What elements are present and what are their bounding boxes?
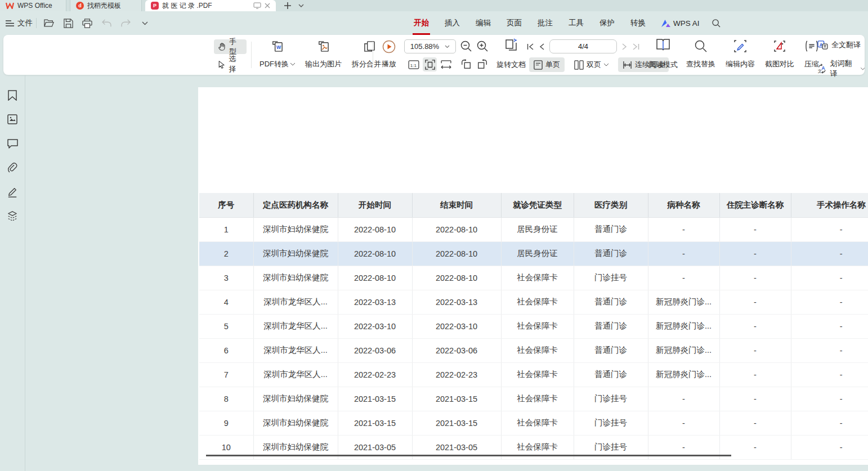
table-cell: - (719, 338, 791, 362)
ribbon-tab-home[interactable]: 开始 (414, 11, 429, 35)
svg-text:A: A (821, 65, 825, 71)
redo-icon[interactable] (119, 17, 132, 29)
table-cell: 深圳市妇幼保健院 (253, 217, 338, 241)
ribbon-tab-convert[interactable]: 转换 (630, 11, 646, 35)
table-cell: 普通门诊 (574, 217, 648, 241)
table-cell: 深圳市龙华区人... (253, 362, 338, 387)
actual-size-button[interactable]: 1:1 (406, 57, 420, 71)
chevron-down-icon (290, 63, 295, 66)
first-page-button[interactable] (527, 43, 534, 50)
table-cell: 2022-08-10 (412, 241, 501, 266)
table-cell: 1 (199, 217, 253, 241)
prev-page-button[interactable] (539, 43, 544, 50)
rotate-doc-label[interactable]: 旋转文档 (491, 60, 531, 70)
table-cell: - (791, 314, 868, 338)
table-cell: 9 (199, 411, 253, 435)
rotate-doc-icon-slot[interactable] (491, 38, 531, 52)
search-icon (712, 19, 721, 28)
bookmark-icon[interactable] (7, 89, 18, 101)
read-mode-label[interactable]: 阅读模式 (645, 60, 681, 70)
next-page-button[interactable] (622, 43, 627, 50)
read-mode-icon-slot[interactable] (645, 38, 681, 51)
undo-icon[interactable] (100, 17, 113, 29)
new-tab-icon[interactable] (284, 2, 292, 10)
table-cell: 2022-08-10 (338, 217, 412, 241)
ribbon-search-button[interactable] (712, 11, 721, 35)
page-number-input[interactable] (549, 39, 617, 53)
rotate-right-button[interactable] (477, 59, 488, 70)
table-cell: 深圳市龙华区人... (253, 314, 338, 338)
fit-width-button[interactable] (439, 57, 453, 71)
screenshot-compare-icon (773, 40, 786, 52)
table-header-cell: 开始时间 (338, 193, 412, 217)
table-cell: 2022-02-23 (338, 362, 412, 387)
single-page-button[interactable]: 单页 (529, 57, 565, 72)
table-cell: 2022-08-10 (338, 241, 412, 266)
find-replace-button[interactable]: 查找替换 (681, 38, 721, 71)
file-menu-button[interactable]: 文件 (6, 11, 33, 35)
zoom-value: 105.88% (410, 42, 439, 51)
select-tool-button[interactable]: 选择 (214, 57, 247, 71)
close-tab-icon[interactable] (265, 3, 270, 8)
ribbon-tab-edit[interactable]: 编辑 (476, 11, 491, 35)
next-page-icon (622, 43, 627, 50)
ribbon-tab-tools[interactable]: 工具 (569, 11, 584, 35)
table-header-cell: 住院主诊断名称 (719, 193, 791, 217)
word-translate-button[interactable]: A文 划词翻译 (817, 59, 865, 79)
pdf-convert-button[interactable]: W PDF转换 (254, 38, 300, 71)
comment-icon[interactable] (7, 138, 18, 149)
chevron-down-icon (445, 45, 450, 48)
rotate-left-button[interactable] (460, 59, 472, 70)
export-image-button[interactable]: 输出为图片 (300, 38, 347, 71)
edit-content-button[interactable]: 编辑内容 (721, 38, 760, 71)
table-header-row: 序号定点医药机构名称开始时间结束时间就诊凭证类型医疗类别病种名称住院主诊断名称手… (199, 193, 868, 217)
table-cell: 社会保障卡 (501, 290, 574, 314)
table-cell: - (791, 411, 868, 435)
hand-tool-button[interactable]: 手型 (214, 39, 247, 54)
full-translate-button[interactable]: A 全文翻译 (817, 40, 861, 50)
zoom-in-icon (477, 41, 488, 52)
table-row: 8深圳市妇幼保健院2021-03-152021-03-15社会保障卡门诊挂号--… (199, 387, 868, 411)
table-cell: 2022-08-10 (412, 266, 501, 290)
table-cell: 门诊挂号 (574, 387, 648, 411)
table-cell: 普通门诊 (574, 338, 648, 362)
table-cell: - (719, 217, 791, 241)
tab-list-chevron-icon[interactable] (298, 4, 304, 7)
ribbon-tab-insert[interactable]: 插入 (445, 11, 460, 35)
ribbon-tab-comment[interactable]: 批注 (538, 11, 553, 35)
table-cell: 居民身份证 (501, 241, 574, 266)
save-icon[interactable] (62, 17, 74, 29)
tab-wps-office[interactable]: WPS Office (0, 0, 66, 11)
zoom-out-button[interactable] (460, 41, 472, 52)
more-actions-chevron-icon[interactable] (138, 17, 151, 29)
print-icon[interactable] (81, 17, 93, 29)
screenshot-compare-button[interactable]: 截图对比 (760, 38, 799, 71)
signature-icon[interactable] (7, 186, 18, 198)
play-button[interactable]: 播放 (379, 38, 399, 71)
double-page-button[interactable]: 双页 (570, 57, 613, 72)
ribbon-tab-protect[interactable]: 保护 (599, 11, 615, 35)
last-page-button[interactable] (632, 43, 639, 50)
tab-document-active[interactable]: P 就 医 记 录 .PDF (145, 0, 276, 11)
thumbnail-icon[interactable] (7, 114, 18, 125)
table-cell: - (719, 387, 791, 411)
open-book-icon (656, 38, 670, 51)
table-cell: 2022-03-13 (412, 290, 501, 314)
table-cell: 新冠肺炎门诊... (648, 338, 719, 362)
table-cell: 社会保障卡 (501, 362, 574, 387)
table-cell: 2022-08-10 (412, 217, 501, 241)
monitor-icon[interactable] (253, 2, 261, 9)
layers-icon[interactable] (7, 210, 18, 222)
table-cell: 新冠肺炎门诊... (648, 290, 719, 314)
open-file-icon[interactable] (43, 17, 55, 29)
wps-ai-button[interactable]: WPS AI (661, 11, 700, 35)
attachment-icon[interactable] (7, 162, 18, 173)
ribbon-tab-page[interactable]: 页面 (507, 11, 522, 35)
divider (251, 42, 252, 68)
table-header-cell: 手术操作名称 (791, 193, 868, 217)
zoom-in-button[interactable] (477, 41, 488, 52)
fit-page-button[interactable] (423, 57, 437, 71)
tab-docer[interactable]: d 找稻壳模板 (70, 0, 142, 11)
table-cell: 社会保障卡 (501, 387, 574, 411)
zoom-level-combo[interactable]: 105.88% (404, 39, 456, 53)
